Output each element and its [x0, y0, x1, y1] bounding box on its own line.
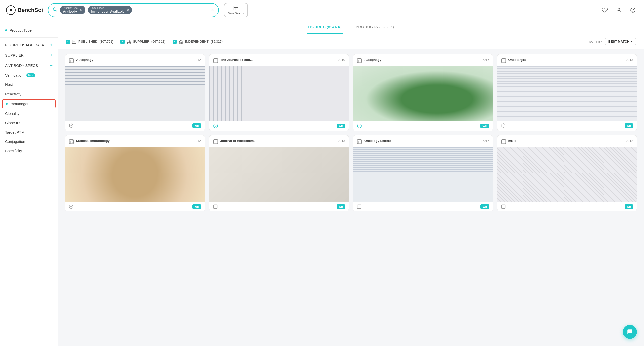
sidebar-item-clonality[interactable]: Clonality: [0, 109, 58, 118]
card-3-image: [353, 66, 493, 121]
result-card-3[interactable]: Autophagy 2016 WB: [353, 54, 493, 131]
sidebar-item-target-ptm[interactable]: Target PTM: [0, 127, 58, 137]
chat-button[interactable]: [623, 325, 637, 339]
tab-figures[interactable]: FIGURES (814.6 K): [307, 20, 343, 34]
result-card-7[interactable]: Oncology Letters 2017 WB: [353, 135, 493, 211]
sidebar-item-specificity[interactable]: Specificity: [0, 146, 58, 155]
tab-products[interactable]: PRODUCTS (628.8 K): [355, 20, 395, 34]
sidebar-item-verification[interactable]: Verification New: [0, 71, 58, 80]
sidebar-item-clone-id[interactable]: Clone ID: [0, 118, 58, 127]
independent-checkbox[interactable]: ✓: [173, 40, 177, 44]
card-2-journal-icon: [213, 58, 218, 63]
card-8-year: 2012: [626, 139, 633, 143]
card-1-header: Autophagy 2012: [65, 54, 205, 66]
logo-icon: ✕: [6, 5, 16, 15]
svg-point-5: [633, 11, 633, 11]
card-7-method-icon: [357, 204, 362, 209]
sidebar-item-figure-usage-data[interactable]: FIGURE USAGE DATA +: [0, 40, 58, 50]
antibody-specs-collapse[interactable]: −: [50, 63, 53, 68]
card-1-footer: WB: [65, 121, 205, 130]
main-content: FIGURES (814.6 K) PRODUCTS (628.8 K) ✓ P…: [58, 20, 644, 346]
result-card-6[interactable]: Journal of Histochem... 2013 WB: [209, 135, 349, 211]
result-card-2[interactable]: The Journal of Biol... 2010 WB: [209, 54, 349, 131]
filter-tag-product-type[interactable]: Product Type Antibody ✕: [60, 6, 85, 15]
supplier-filter-label: SUPPLIER: [133, 40, 149, 44]
card-2-image: [209, 66, 349, 121]
app-name: BenchSci: [18, 7, 43, 13]
card-6-footer: WB: [209, 202, 349, 211]
supplier-expand[interactable]: +: [50, 53, 53, 58]
sort-by-label: SORT BY: [589, 40, 602, 43]
reactivity-label: Reactivity: [5, 92, 21, 96]
sidebar-item-host[interactable]: Host: [0, 80, 58, 89]
svg-line-1: [56, 10, 57, 12]
card-1-method-icon: [69, 123, 74, 128]
product-type-label: Product Type: [10, 28, 32, 32]
result-card-5[interactable]: Mucosal Immunology 2012 WB: [65, 135, 205, 211]
figure-usage-data-label: FIGURE USAGE DATA: [5, 43, 44, 47]
card-5-footer: WB: [65, 202, 205, 211]
svg-point-33: [72, 142, 73, 143]
sidebar-product-type[interactable]: Product Type: [0, 25, 58, 35]
supplier-checkbox[interactable]: ✓: [120, 40, 125, 44]
clear-search-icon[interactable]: ✕: [211, 7, 214, 13]
card-7-header: Oncology Letters 2017: [353, 135, 493, 147]
help-button[interactable]: [628, 5, 638, 15]
card-5-method-icon: [69, 204, 74, 209]
sidebar-item-immunogen[interactable]: Immunogen: [2, 99, 56, 108]
supplier-label: SUPPLIER: [5, 53, 24, 57]
svg-line-17: [69, 125, 71, 126]
svg-rect-43: [357, 140, 362, 144]
card-6-method-icon: [213, 204, 218, 209]
conjugation-label: Conjugation: [5, 139, 25, 144]
filter-independent[interactable]: ✓ INDEPENDENT (39,327): [173, 39, 223, 44]
favorites-button[interactable]: [600, 5, 610, 15]
result-card-4[interactable]: Oncotarget 2013 WB: [497, 54, 637, 131]
card-5-year: 2012: [194, 139, 201, 143]
card-7-image: [353, 147, 493, 202]
remove-immunogen-filter[interactable]: ✕: [126, 8, 129, 12]
figure-usage-data-expand[interactable]: +: [50, 42, 53, 48]
card-3-journal: Autophagy: [364, 58, 480, 62]
card-6-journal: Journal of Histochem...: [220, 139, 336, 143]
sort-select[interactable]: BEST MATCH ▾: [605, 38, 636, 45]
filter-tag-immunogen[interactable]: Immunogen Immunogen Available ✕: [88, 6, 132, 15]
card-2-badge: WB: [337, 124, 345, 128]
svg-rect-41: [213, 205, 217, 209]
sidebar-item-supplier[interactable]: SUPPLIER +: [0, 50, 58, 60]
supplier-icon: [127, 39, 131, 44]
svg-rect-2: [234, 6, 238, 10]
search-bar[interactable]: Product Type Antibody ✕ Immunogen Immuno…: [48, 3, 219, 17]
verification-label: Verification: [5, 73, 23, 77]
immunogen-label: Immunogen: [10, 102, 29, 106]
sidebar-item-antibody-specs[interactable]: ANTIBODY SPECS −: [0, 60, 58, 71]
card-3-footer: WB: [353, 121, 493, 131]
card-1-journal-icon: [69, 58, 74, 63]
card-1-image: [65, 66, 205, 121]
remove-product-type-filter[interactable]: ✕: [80, 8, 83, 12]
svg-rect-13: [69, 59, 74, 63]
published-checkbox[interactable]: ✓: [66, 40, 70, 44]
profile-button[interactable]: [614, 5, 624, 15]
card-2-header: The Journal of Biol... 2010: [209, 54, 349, 66]
svg-point-3: [618, 8, 620, 10]
logo[interactable]: ✕ BenchSci: [6, 5, 43, 15]
sidebar-item-reactivity[interactable]: Reactivity: [0, 89, 58, 99]
svg-point-10: [127, 42, 128, 44]
filter-supplier[interactable]: ✓ SUPPLIER (667,611): [120, 39, 166, 44]
tabs-bar: FIGURES (814.6 K) PRODUCTS (628.8 K): [58, 20, 644, 34]
card-3-verified-icon: [357, 123, 362, 129]
header-actions: [600, 5, 638, 15]
specificity-label: Specificity: [5, 149, 22, 153]
sidebar-item-conjugation[interactable]: Conjugation: [0, 137, 58, 146]
card-3-badge: WB: [480, 124, 489, 128]
sort-selected-value: BEST MATCH: [608, 40, 629, 44]
filter-published[interactable]: ✓ PUBLISHED (107,701): [66, 39, 113, 44]
card-2-verified-icon: [213, 123, 218, 129]
result-card-8[interactable]: mBio 2012 WB: [497, 135, 637, 211]
antibody-specs-label: ANTIBODY SPECS: [5, 63, 38, 68]
save-search-label: Save Search: [228, 12, 244, 15]
save-search-button[interactable]: Save Search: [224, 3, 248, 17]
result-card-1[interactable]: Autophagy 2012 WB: [65, 54, 205, 131]
verification-new-badge: New: [26, 73, 35, 77]
